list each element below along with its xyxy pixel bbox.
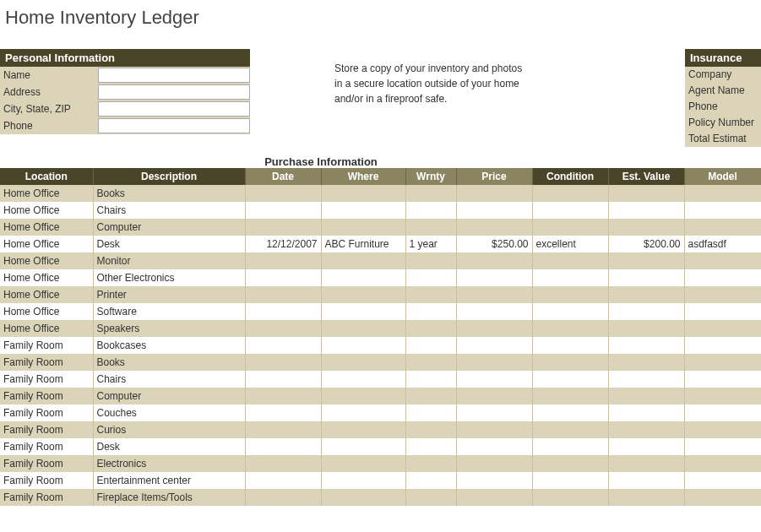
cell-est_value[interactable]	[608, 438, 684, 455]
cell-location[interactable]: Home Office	[0, 236, 93, 252]
cell-description[interactable]: Monitor	[93, 252, 245, 269]
cell-date[interactable]	[245, 388, 321, 404]
cell-location[interactable]: Home Office	[0, 269, 93, 286]
cell-price[interactable]	[456, 286, 532, 303]
cell-est_value[interactable]	[608, 320, 684, 337]
cell-date[interactable]	[245, 404, 321, 421]
cell-model[interactable]	[684, 202, 761, 219]
cell-model[interactable]	[684, 269, 761, 286]
cell-model[interactable]	[684, 354, 761, 371]
cell-description[interactable]: Bookcases	[93, 337, 245, 354]
cell-price[interactable]	[456, 219, 532, 236]
cell-price[interactable]	[456, 489, 532, 506]
cell-description[interactable]: Computer	[93, 219, 245, 236]
cell-condition[interactable]	[532, 303, 608, 320]
cell-model[interactable]	[684, 489, 761, 506]
cell-est_value[interactable]	[608, 455, 684, 472]
cell-description[interactable]: Chairs	[93, 371, 245, 388]
cell-where[interactable]	[321, 354, 405, 371]
cell-condition[interactable]	[532, 421, 608, 438]
cell-model[interactable]	[684, 337, 761, 354]
cell-where[interactable]: ABC Furniture	[321, 236, 405, 252]
cell-location[interactable]: Home Office	[0, 185, 93, 202]
cell-where[interactable]	[321, 489, 405, 506]
cell-where[interactable]	[321, 185, 405, 202]
cell-description[interactable]: Curios	[93, 421, 245, 438]
cell-where[interactable]	[321, 320, 405, 337]
cell-wrnty[interactable]	[405, 388, 456, 404]
cell-est_value[interactable]	[608, 303, 684, 320]
cell-price[interactable]	[456, 269, 532, 286]
cell-price[interactable]	[456, 404, 532, 421]
cell-date[interactable]	[245, 337, 321, 354]
cell-condition[interactable]	[532, 489, 608, 506]
cell-price[interactable]	[456, 421, 532, 438]
cell-est_value[interactable]	[608, 269, 684, 286]
cell-where[interactable]	[321, 421, 405, 438]
cell-date[interactable]	[245, 303, 321, 320]
cell-date[interactable]	[245, 472, 321, 489]
cell-est_value[interactable]	[608, 371, 684, 388]
cell-condition[interactable]	[532, 185, 608, 202]
cell-date[interactable]	[245, 371, 321, 388]
cell-location[interactable]: Home Office	[0, 286, 93, 303]
cell-location[interactable]: Home Office	[0, 219, 93, 236]
cell-model[interactable]: asdfasdf	[684, 236, 761, 252]
cell-model[interactable]	[684, 185, 761, 202]
cell-location[interactable]: Family Room	[0, 472, 93, 489]
cell-where[interactable]	[321, 269, 405, 286]
cell-model[interactable]	[684, 455, 761, 472]
cell-where[interactable]	[321, 404, 405, 421]
cell-price[interactable]	[456, 438, 532, 455]
cell-wrnty[interactable]	[405, 472, 456, 489]
personal-field-input[interactable]	[98, 84, 250, 100]
cell-model[interactable]	[684, 252, 761, 269]
cell-model[interactable]	[684, 303, 761, 320]
cell-price[interactable]: $250.00	[456, 236, 532, 252]
cell-condition[interactable]	[532, 337, 608, 354]
cell-model[interactable]	[684, 371, 761, 388]
cell-model[interactable]	[684, 219, 761, 236]
cell-condition[interactable]	[532, 286, 608, 303]
cell-model[interactable]	[684, 286, 761, 303]
cell-condition[interactable]	[532, 269, 608, 286]
cell-est_value[interactable]	[608, 404, 684, 421]
cell-where[interactable]	[321, 219, 405, 236]
cell-date[interactable]	[245, 489, 321, 506]
cell-condition[interactable]	[532, 202, 608, 219]
cell-description[interactable]: Chairs	[93, 202, 245, 219]
cell-location[interactable]: Family Room	[0, 388, 93, 404]
cell-condition[interactable]	[532, 388, 608, 404]
cell-condition[interactable]	[532, 371, 608, 388]
cell-description[interactable]: Desk	[93, 236, 245, 252]
cell-model[interactable]	[684, 320, 761, 337]
cell-condition[interactable]: excellent	[532, 236, 608, 252]
cell-date[interactable]	[245, 455, 321, 472]
cell-location[interactable]: Family Room	[0, 438, 93, 455]
cell-location[interactable]: Family Room	[0, 371, 93, 388]
cell-date[interactable]	[245, 269, 321, 286]
cell-description[interactable]: Printer	[93, 286, 245, 303]
cell-date[interactable]	[245, 354, 321, 371]
cell-description[interactable]: Software	[93, 303, 245, 320]
cell-description[interactable]: Books	[93, 354, 245, 371]
cell-model[interactable]	[684, 404, 761, 421]
cell-price[interactable]	[456, 455, 532, 472]
cell-est_value[interactable]	[608, 185, 684, 202]
cell-wrnty[interactable]	[405, 286, 456, 303]
cell-wrnty[interactable]	[405, 252, 456, 269]
cell-description[interactable]: Fireplace Items/Tools	[93, 489, 245, 506]
cell-description[interactable]: Speakers	[93, 320, 245, 337]
cell-condition[interactable]	[532, 455, 608, 472]
cell-date[interactable]: 12/12/2007	[245, 236, 321, 252]
cell-date[interactable]	[245, 320, 321, 337]
cell-where[interactable]	[321, 371, 405, 388]
cell-price[interactable]	[456, 472, 532, 489]
cell-price[interactable]	[456, 303, 532, 320]
cell-location[interactable]: Family Room	[0, 455, 93, 472]
cell-location[interactable]: Home Office	[0, 320, 93, 337]
cell-where[interactable]	[321, 202, 405, 219]
cell-model[interactable]	[684, 438, 761, 455]
cell-est_value[interactable]	[608, 252, 684, 269]
cell-condition[interactable]	[532, 354, 608, 371]
